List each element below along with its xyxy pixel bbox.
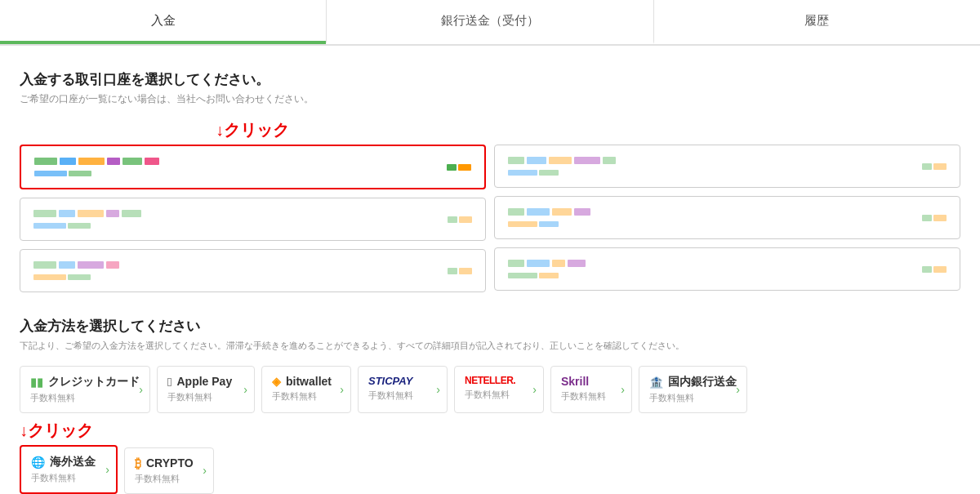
main-content: 入金する取引口座を選択してください。 ご希望の口座が一覧にない場合は、当社へお問… — [0, 46, 980, 494]
payment-card-neteller[interactable]: NETELLER. 手数料無料 › — [454, 366, 544, 413]
chevron-right-icon: › — [139, 383, 143, 396]
chevron-right-icon: › — [532, 383, 537, 396]
account-card[interactable] — [494, 247, 960, 291]
account-section-sub: ご希望の口座が一覧にない場合は、当社へお問い合わせください。 — [20, 92, 960, 106]
payment-card-bank[interactable]: 🏦 国内銀行送金 手数料無料 › — [639, 366, 747, 413]
payment-section-sub: 下記より、ご希望の入金方法を選択してください。滞滞な手続きを進めることができるよ… — [20, 339, 960, 353]
bank-icon: 🏦 — [649, 376, 663, 389]
overseas-section: ↓クリック 🌐 海外送金 手数料無料 › — [20, 420, 118, 495]
chevron-right-icon: › — [105, 463, 109, 476]
payment-card-credit[interactable]: ▮▮ クレジットカード 手数料無料 › — [20, 366, 150, 413]
chevron-right-icon: › — [243, 383, 247, 396]
chevron-right-icon: › — [203, 464, 207, 477]
account-card[interactable] — [20, 198, 486, 241]
tab-history[interactable]: 履歴 — [653, 0, 980, 44]
account-section-title: 入金する取引口座を選択してください。 — [20, 70, 960, 89]
payment-card-applepay[interactable]:  Apple Pay 手数料無料 › — [157, 366, 255, 413]
chevron-right-icon: › — [621, 383, 625, 396]
chevron-right-icon: › — [436, 383, 440, 396]
apple-icon:  — [167, 375, 172, 389]
payment-card-sticpay[interactable]: STICPAY 手数料無料 › — [358, 366, 448, 413]
account-label-row — [34, 158, 159, 165]
account-card[interactable] — [494, 196, 960, 239]
globe-icon: 🌐 — [31, 456, 45, 469]
skrill-icon: Skrill — [561, 375, 589, 388]
chevron-right-icon: › — [736, 383, 740, 396]
payment-card-overseas[interactable]: 🌐 海外送金 手数料無料 › — [20, 445, 118, 494]
chevron-right-icon: › — [340, 383, 344, 396]
payment-card-crypto[interactable]: ₿ CRYPTO 手数料無料 › — [124, 447, 214, 494]
bitwallet-icon: ◈ — [272, 375, 281, 388]
account-card[interactable] — [20, 145, 486, 189]
account-balance-row — [34, 171, 159, 176]
neteller-icon: NETELLER. — [465, 375, 515, 386]
click-hint-bottom: ↓クリック — [20, 420, 118, 442]
bitcoin-icon: ₿ — [135, 456, 141, 470]
click-hint-top: ↓クリック — [216, 119, 960, 141]
account-card[interactable] — [20, 249, 486, 292]
account-grid — [20, 145, 960, 292]
sticpay-icon: STICPAY — [368, 375, 412, 387]
account-card[interactable] — [494, 145, 960, 188]
payment-methods-row1: ▮▮ クレジットカード 手数料無料 ›  Apple Pay 手数料無料 › … — [20, 366, 960, 420]
account-section: 入金する取引口座を選択してください。 ご希望の口座が一覧にない場合は、当社へお問… — [20, 70, 960, 292]
payment-card-skrill[interactable]: Skrill 手数料無料 › — [550, 366, 632, 413]
payment-card-bitwallet[interactable]: ◈ bitwallet 手数料無料 › — [261, 366, 351, 413]
credit-card-icon: ▮▮ — [30, 376, 43, 389]
payment-section: 入金方法を選択してください 下記より、ご希望の入金方法を選択してください。滞滞な… — [20, 317, 960, 494]
tab-bank-transfer[interactable]: 銀行送金（受付） — [326, 0, 653, 44]
tab-deposit[interactable]: 入金 — [0, 0, 326, 44]
payment-section-title: 入金方法を選択してください — [20, 317, 960, 336]
tab-bar: 入金 銀行送金（受付） 履歴 — [0, 0, 980, 46]
